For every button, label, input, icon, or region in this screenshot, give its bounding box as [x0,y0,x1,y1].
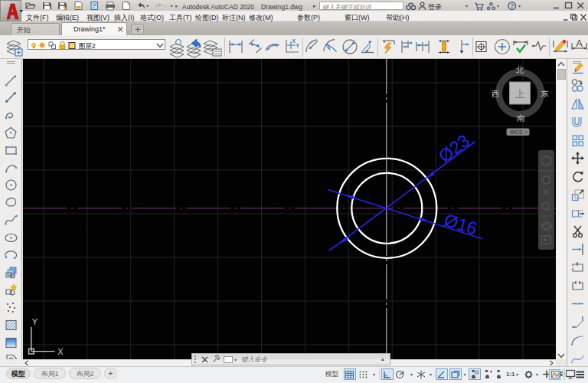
svg-text:东: 东 [541,89,549,98]
svg-text:Y: Y [296,43,300,48]
svg-text:A: A [576,38,583,49]
svg-text:西: 西 [492,89,500,98]
svg-text:X: X [57,347,64,356]
svg-text:上: 上 [515,88,525,100]
svg-text:Y: Y [32,317,38,326]
svg-text:?: ? [510,2,514,9]
svg-text:北: 北 [515,65,524,74]
svg-text:WCS: WCS [510,129,523,135]
svg-text:南: 南 [517,113,525,123]
